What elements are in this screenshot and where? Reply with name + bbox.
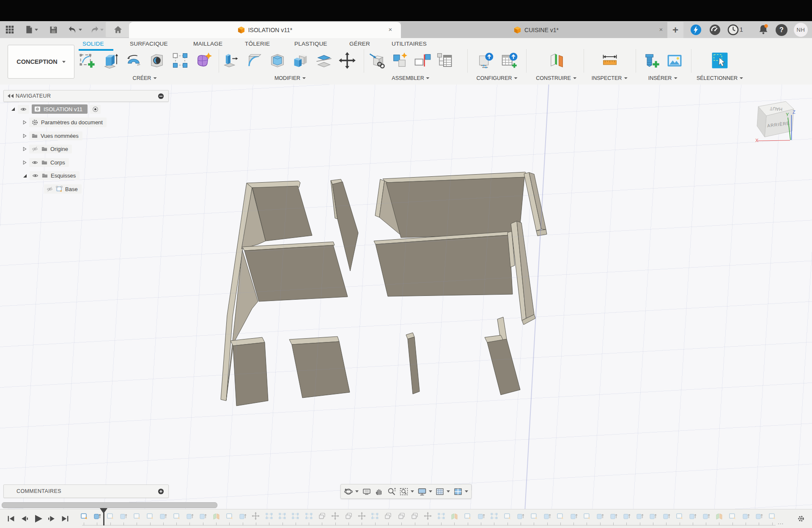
timeline-feature-extrude[interactable]: [609, 512, 617, 520]
combine-tool[interactable]: [289, 47, 312, 74]
minus-circle-icon[interactable]: [158, 93, 164, 99]
undo-caret[interactable]: [79, 29, 82, 31]
expand-closed-icon[interactable]: [23, 160, 27, 165]
measure-tool[interactable]: [598, 47, 621, 74]
step-back-icon[interactable]: [19, 513, 30, 524]
timeline-feature-extrude[interactable]: [199, 512, 207, 520]
expand-closed-icon[interactable]: [23, 120, 27, 125]
tree-item-label[interactable]: Vues nommées: [29, 131, 82, 140]
ribbon-tab-maillage[interactable]: MAILLAGE: [193, 41, 222, 47]
timeline-feature-extrude[interactable]: [689, 512, 697, 520]
rectangular-pattern-tool[interactable]: [168, 47, 192, 74]
redo-icon[interactable]: [88, 22, 105, 37]
timeline-feature-extrude[interactable]: [662, 512, 670, 520]
offset-plane-tool[interactable]: [545, 47, 568, 74]
visibility-eye-icon[interactable]: [18, 105, 29, 114]
close-tab-icon[interactable]: ×: [657, 26, 665, 33]
grid-caret[interactable]: [447, 490, 450, 492]
timeline-scrollbar[interactable]: [2, 502, 217, 508]
home-view-button[interactable]: [106, 22, 130, 37]
step-forward-icon[interactable]: [46, 513, 58, 524]
pan-icon[interactable]: [374, 487, 384, 496]
view-cube[interactable]: HAUT ARRIÈRE X Y Z: [752, 100, 811, 146]
timeline-feature-sketch[interactable]: [146, 512, 154, 520]
hole-tool[interactable]: [145, 47, 168, 74]
tree-item-label[interactable]: Corps: [29, 158, 69, 167]
timeline-feature-sketch[interactable]: [675, 512, 683, 520]
timeline-feature-copy[interactable]: [384, 512, 392, 520]
timeline-feature-extrude[interactable]: [755, 512, 763, 520]
document-tab-isolation[interactable]: ISOLATION v11* ×: [129, 22, 401, 38]
navigator-row-param-tres-du-document[interactable]: Paramètres du document: [23, 118, 107, 128]
timeline-feature-sketch[interactable]: [173, 512, 181, 520]
grid-settings-icon[interactable]: [435, 487, 450, 496]
new-tab-button[interactable]: +: [667, 22, 683, 38]
orbit-icon[interactable]: [344, 487, 359, 496]
split-body-tool[interactable]: [312, 47, 335, 74]
orbit-caret[interactable]: [355, 490, 359, 492]
component-label[interactable]: ISOLATION v11: [32, 104, 88, 114]
redo-caret[interactable]: [100, 29, 104, 31]
timeline-feature-copy[interactable]: [345, 512, 353, 520]
create-sketch-tool[interactable]: [75, 47, 99, 74]
extrude-tool[interactable]: [99, 47, 122, 74]
file-menu-caret[interactable]: [35, 29, 38, 31]
timeline-feature-move[interactable]: [331, 512, 339, 520]
visibility-eye-icon[interactable]: [31, 159, 38, 166]
workspace-selector[interactable]: CONCEPTION: [8, 45, 74, 79]
group-label-modifier[interactable]: MODIFIER: [274, 75, 306, 81]
timeline-feature-sketch[interactable]: [503, 512, 511, 520]
joint-tool[interactable]: [411, 47, 433, 74]
create-form-tool[interactable]: [192, 47, 215, 74]
timeline-feature-extrude[interactable]: [543, 512, 551, 520]
timeline-feature-extrude[interactable]: [742, 512, 750, 520]
timeline-feature-extrude[interactable]: [159, 512, 167, 520]
timeline-feature-extrude[interactable]: [649, 512, 657, 520]
timeline-feature-pattern[interactable]: [305, 512, 313, 520]
help-icon[interactable]: ?: [776, 24, 787, 36]
go-to-start-icon[interactable]: [5, 513, 17, 524]
configuration-table-tool[interactable]: [497, 47, 520, 74]
timeline-feature-sketch[interactable]: [768, 512, 776, 520]
tree-item-label[interactable]: Base: [44, 184, 82, 194]
navigator-row-vues-nomm-es[interactable]: Vues nommées: [23, 131, 82, 141]
visibility-eye-icon[interactable]: [32, 172, 39, 179]
timeline-feature-extrude[interactable]: [239, 512, 247, 520]
file-menu-icon[interactable]: [23, 22, 40, 37]
shell-tool[interactable]: [266, 47, 289, 74]
insert-derive-tool[interactable]: [366, 47, 388, 74]
timeline-feature-extrude[interactable]: [186, 512, 194, 520]
timeline-feature-pattern[interactable]: [265, 512, 273, 520]
play-icon[interactable]: [32, 513, 44, 524]
tree-item-label[interactable]: Paramètres du document: [29, 118, 107, 127]
timeline-feature-sketch[interactable]: [225, 512, 233, 520]
close-tab-icon[interactable]: ×: [387, 26, 394, 33]
add-comment-icon[interactable]: [158, 488, 164, 495]
user-avatar[interactable]: NH: [794, 23, 808, 37]
timeline-feature-pattern[interactable]: [278, 512, 286, 520]
timeline-feature-sketch[interactable]: [464, 512, 472, 520]
new-component-tool[interactable]: [388, 47, 411, 74]
timeline-feature-extrude[interactable]: [636, 512, 644, 520]
go-to-end-icon[interactable]: [59, 513, 71, 524]
apps-grid-icon[interactable]: [3, 22, 16, 37]
timeline-feature-pattern[interactable]: [437, 512, 445, 520]
timeline-feature-move[interactable]: [252, 512, 260, 520]
group-label-construire[interactable]: CONSTRUIRE: [536, 75, 576, 81]
ribbon-tab-utilitaires[interactable]: UTILITAIRES: [392, 41, 427, 47]
timeline-feature-extrude[interactable]: [516, 512, 524, 520]
ribbon-tab-surfacique[interactable]: SURFACIQUE: [130, 41, 168, 47]
fillet-tool[interactable]: [242, 47, 266, 74]
ribbon-tab-tôlerie[interactable]: TÔLERIE: [245, 41, 270, 47]
timeline-feature-plane[interactable]: [212, 512, 220, 520]
fit-caret[interactable]: [411, 490, 414, 492]
tree-item-label[interactable]: Origine: [29, 145, 72, 153]
ribbon-tab-gérer[interactable]: GÉRER: [349, 41, 370, 47]
tree-item-label[interactable]: Esquisses: [30, 171, 80, 180]
insert-fastener-tool[interactable]: [639, 47, 663, 74]
job-clock-icon[interactable]: [727, 24, 739, 36]
timeline-feature-extrude[interactable]: [119, 512, 127, 520]
timeline-feature-plane[interactable]: [715, 512, 723, 520]
timeline-feature-extrude[interactable]: [570, 512, 578, 520]
notifications-bell-icon[interactable]: [757, 24, 769, 36]
